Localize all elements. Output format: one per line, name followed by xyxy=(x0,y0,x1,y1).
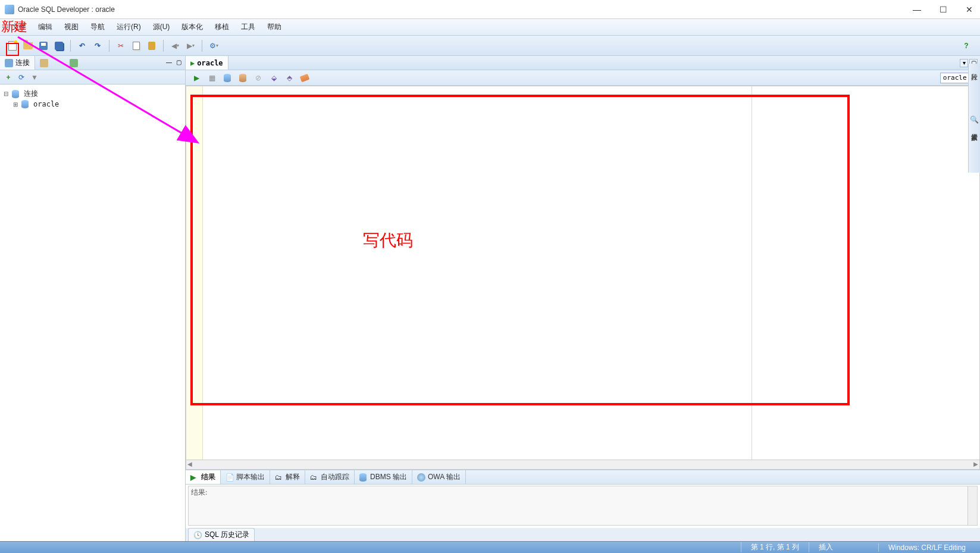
output-tab-label: 解释 xyxy=(286,472,300,482)
editor-gutter xyxy=(186,86,203,469)
sidebar-tabs: 连接 — ▢ xyxy=(0,56,185,70)
output-tab-dbms[interactable]: DBMS 输出 xyxy=(355,470,412,484)
explain-icon: ⬙ xyxy=(271,74,277,82)
dbms-icon xyxy=(359,473,368,482)
close-button[interactable]: ✕ xyxy=(963,5,975,14)
editor-hscrollbar[interactable] xyxy=(186,460,979,469)
sql-history-tab[interactable]: 🕓 SQL 历史记录 xyxy=(188,528,255,541)
menu-versioning[interactable]: 版本化 xyxy=(176,20,209,35)
save-all-icon xyxy=(55,42,63,50)
output-tabs: ▶ 结果 📄 脚本输出 🗂 解释 🗂 自动跟踪 xyxy=(186,470,980,485)
output-tab-explain[interactable]: 🗂 解释 xyxy=(270,470,305,484)
editor-body: ▶ 结果 📄 脚本输出 🗂 解释 🗂 自动跟踪 xyxy=(186,86,980,541)
open-button[interactable] xyxy=(21,39,35,52)
copy-button[interactable] xyxy=(130,39,143,52)
cut-button[interactable]: ✂ xyxy=(114,39,127,52)
help-icon: ? xyxy=(964,42,968,50)
owa-icon xyxy=(417,473,425,482)
folder-icon xyxy=(40,59,48,67)
search-icon: 🔍 xyxy=(970,115,979,124)
rollback-icon xyxy=(239,74,246,82)
expand-icon[interactable]: ⊟ xyxy=(2,90,10,97)
toolbar-separator xyxy=(202,40,202,52)
explain-output-icon: 🗂 xyxy=(275,473,283,482)
paste-button[interactable] xyxy=(145,39,158,52)
editor-toolbar: ▶ ▦ ⊘ ⬙ ⬘ oracle ▼ xyxy=(186,70,980,86)
editor-margin-line xyxy=(752,86,752,460)
sql-worksheet[interactable] xyxy=(186,86,980,470)
output-tab-label: 脚本输出 xyxy=(236,472,265,482)
status-encoding: Windows: CR/LF Editing xyxy=(878,543,975,552)
expand-icon[interactable]: ⊞ xyxy=(12,101,19,108)
menu-source[interactable]: 源(U) xyxy=(147,20,176,35)
undo-icon: ↶ xyxy=(79,42,85,50)
autotrace-icon: 🗂 xyxy=(310,473,318,482)
output-tab-label: 自动跟踪 xyxy=(321,472,349,482)
settings-button[interactable]: ⚙▾ xyxy=(207,39,220,52)
explain-button[interactable]: ⬙ xyxy=(268,72,280,84)
refresh-icon: ⟳ xyxy=(18,73,24,82)
sidebar-tab-reports[interactable] xyxy=(35,56,53,70)
tree-root[interactable]: ⊟ 连接 xyxy=(2,88,183,99)
back-button[interactable]: ◀▾ xyxy=(168,39,181,52)
sidebar-minimize-button[interactable]: — xyxy=(165,59,173,67)
ext-search-panel-tab[interactable]: 扩展搜索 xyxy=(970,126,979,131)
new-button[interactable] xyxy=(6,39,19,52)
editor-dropdown-button[interactable]: ▾ xyxy=(960,59,968,67)
cancel-button[interactable]: ⊘ xyxy=(252,72,264,84)
cut-icon: ✂ xyxy=(118,42,124,50)
save-all-button[interactable] xyxy=(52,39,65,52)
fragment-panel-tab[interactable]: 片段 xyxy=(970,66,979,71)
help-button[interactable]: ? xyxy=(960,39,973,52)
rollback-button[interactable] xyxy=(237,72,249,84)
menu-run[interactable]: 运行(R) xyxy=(111,20,147,35)
output-pane: ▶ 结果 📄 脚本输出 🗂 解释 🗂 自动跟踪 xyxy=(186,470,980,528)
bottom-tab-bar: 🕓 SQL 历史记录 xyxy=(186,528,980,541)
commit-button[interactable] xyxy=(221,72,233,84)
output-tab-owa[interactable]: OWA 输出 xyxy=(412,470,466,484)
autotrace-button[interactable]: ⬘ xyxy=(283,72,295,84)
redo-button[interactable]: ↷ xyxy=(91,39,104,52)
sidebar-tab-connections[interactable]: 连接 xyxy=(0,56,35,70)
menu-navigate[interactable]: 导航 xyxy=(84,20,111,35)
status-mode: 插入 xyxy=(809,542,843,552)
cancel-icon: ⊘ xyxy=(255,74,261,82)
new-connection-button[interactable]: + xyxy=(4,73,13,82)
maximize-button[interactable]: ☐ xyxy=(937,5,949,14)
menu-view[interactable]: 视图 xyxy=(58,20,84,35)
filter-button[interactable]: ▼ xyxy=(30,73,39,82)
menu-tools[interactable]: 工具 xyxy=(235,20,261,35)
forward-button[interactable]: ▶▾ xyxy=(184,39,197,52)
output-tab-result[interactable]: ▶ 结果 xyxy=(186,470,221,484)
output-tab-label: DBMS 输出 xyxy=(370,472,407,482)
trace-icon: ⬘ xyxy=(287,74,292,82)
refresh-button[interactable]: ⟳ xyxy=(17,73,26,82)
toolbar-separator xyxy=(163,40,164,52)
toolbar-separator xyxy=(109,40,109,52)
run-script-button[interactable]: ▦ xyxy=(206,72,218,84)
output-vscrollbar[interactable] xyxy=(968,486,977,525)
connections-tree: ⊟ 连接 ⊞ oracle xyxy=(0,85,185,541)
menu-migrate[interactable]: 移植 xyxy=(209,20,235,35)
sidebar-restore-button[interactable]: ▢ xyxy=(174,59,183,67)
script-icon: ▦ xyxy=(209,74,215,82)
editor-tab-oracle[interactable]: ▶ oracle xyxy=(186,56,228,70)
new-file-icon xyxy=(8,41,17,51)
run-statement-button[interactable]: ▶ xyxy=(190,72,202,84)
menu-help[interactable]: 帮助 xyxy=(261,20,287,35)
output-tab-script[interactable]: 📄 脚本输出 xyxy=(221,470,270,484)
commit-icon xyxy=(224,74,231,82)
output-tab-label: OWA 输出 xyxy=(428,472,461,482)
result-icon: ▶ xyxy=(190,473,199,482)
menu-edit[interactable]: 编辑 xyxy=(32,20,58,35)
undo-button[interactable]: ↶ xyxy=(76,39,89,52)
minimize-button[interactable]: — xyxy=(911,5,923,14)
output-tab-autotrace[interactable]: 🗂 自动跟踪 xyxy=(305,470,355,484)
tree-node-oracle[interactable]: ⊞ oracle xyxy=(2,99,183,109)
clear-button[interactable] xyxy=(299,72,311,84)
sidebar-tab-other[interactable] xyxy=(65,56,83,70)
menu-file[interactable]: 文件 xyxy=(6,20,32,35)
connections-node-icon xyxy=(12,90,21,98)
save-button[interactable] xyxy=(37,39,50,52)
editor-tabs: ▶ oracle ▾ ▢ xyxy=(186,56,980,70)
